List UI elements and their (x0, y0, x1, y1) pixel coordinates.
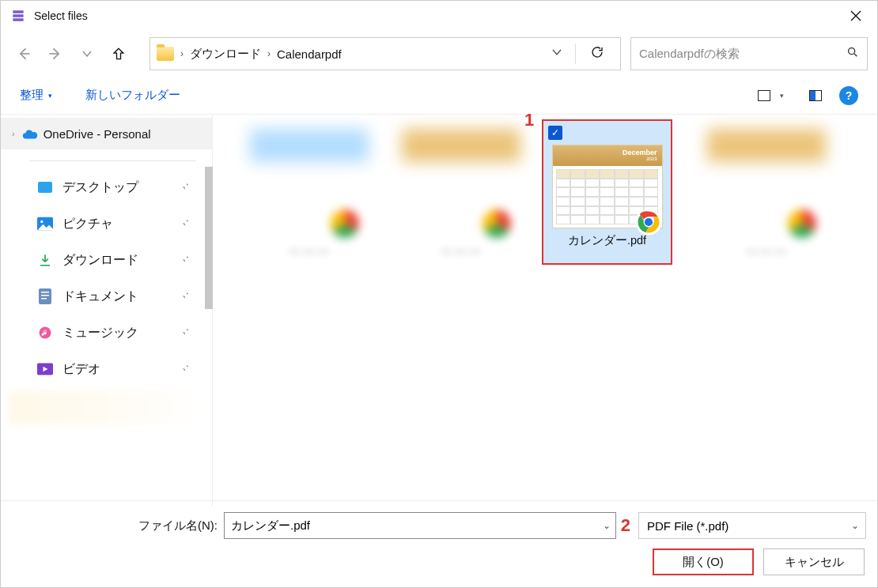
chrome-icon (634, 208, 663, 236)
chevron-down-icon[interactable]: ⌄ (851, 520, 859, 531)
pictures-icon (37, 216, 53, 232)
svg-rect-4 (41, 292, 49, 293)
expand-icon[interactable]: › (12, 129, 15, 138)
sidebar-documents[interactable]: ドキュメント (1, 278, 212, 315)
sidebar-hidden-item (9, 390, 204, 425)
chevron-right-icon: › (180, 48, 184, 59)
sidebar-downloads[interactable]: ダウンロード (1, 242, 212, 278)
search-input[interactable]: Calendarpdfの検索 (630, 37, 868, 70)
search-icon (846, 46, 859, 62)
back-button[interactable] (10, 40, 37, 67)
sidebar-item-label: ダウンロード (62, 252, 138, 269)
chevron-right-icon: › (267, 48, 271, 59)
svg-point-0 (849, 48, 855, 55)
breadcrumb-dropdown[interactable] (543, 47, 570, 61)
checkbox-checked-icon[interactable]: ✓ (548, 126, 562, 140)
sidebar-item-label: OneDrive - Personal (44, 127, 151, 141)
annotation-1: 1 (524, 110, 534, 130)
sidebar: › OneDrive - Personal デスクトップ ピクチャ ダウンロード… (1, 115, 213, 507)
pin-icon (179, 289, 190, 303)
download-icon (37, 252, 53, 268)
svg-rect-5 (41, 295, 49, 296)
preview-month: December (623, 149, 657, 156)
svg-rect-6 (41, 298, 47, 300)
refresh-button[interactable] (581, 45, 614, 62)
divider (575, 43, 576, 64)
app-icon (10, 8, 26, 24)
chevron-down-icon[interactable]: ⌄ (603, 520, 611, 531)
search-placeholder: Calendarpdfの検索 (639, 47, 846, 62)
file-thumbnail-blurred: — — — (240, 129, 378, 257)
file-thumbnail-blurred: — — — (392, 129, 530, 257)
scrollbar-thumb[interactable] (205, 167, 213, 309)
svg-rect-3 (39, 288, 51, 304)
sidebar-desktop[interactable]: デスクトップ (1, 169, 212, 205)
annotation-2: 2 (621, 515, 630, 536)
close-button[interactable] (838, 3, 874, 28)
organize-menu[interactable]: 整理 (20, 88, 52, 103)
pin-icon (179, 253, 190, 267)
file-thumbnail-blurred: — — — (697, 129, 835, 257)
sidebar-divider (29, 160, 196, 161)
filetype-select[interactable]: PDF File (*.pdf) ⌄ (638, 512, 866, 539)
nav-row: › ダウンロード › Calendarpdf Calendarpdfの検索 (1, 31, 877, 77)
new-folder-button[interactable]: 新しいフォルダー (85, 88, 180, 103)
cancel-button[interactable]: キャンセル (763, 548, 865, 575)
filename-input[interactable]: カレンダー.pdf ⌄ (224, 512, 616, 539)
file-pane[interactable]: — — — — — — — — — 1 ✓ December 2023 (213, 115, 877, 507)
sidebar-pictures[interactable]: ピクチャ (1, 205, 212, 242)
window-title: Select files (34, 9, 838, 22)
up-button[interactable] (105, 40, 132, 67)
breadcrumb-calendarpdf[interactable]: Calendarpdf (277, 47, 342, 61)
filename-label: ファイル名(N): (138, 518, 218, 533)
main-area: › OneDrive - Personal デスクトップ ピクチャ ダウンロード… (1, 115, 877, 507)
pin-icon (179, 362, 190, 376)
selected-file-card[interactable]: ✓ December 2023 (542, 119, 672, 265)
title-bar: Select files (1, 1, 877, 31)
pin-icon (179, 326, 190, 340)
desktop-icon (37, 179, 53, 195)
sidebar-item-label: ドキュメント (62, 288, 138, 305)
toolbar: 整理 新しいフォルダー ▾ ? (1, 77, 877, 115)
forward-button[interactable] (42, 40, 69, 67)
breadcrumb-downloads[interactable]: ダウンロード (190, 47, 261, 62)
cloud-icon (21, 128, 37, 139)
pin-icon (179, 180, 190, 194)
view-mode-dropdown[interactable]: ▾ (780, 92, 784, 100)
sidebar-item-label: ビデオ (62, 361, 100, 378)
sidebar-video[interactable]: ビデオ (1, 351, 212, 387)
document-icon (37, 288, 53, 304)
sidebar-music[interactable]: ミュージック (1, 315, 212, 351)
bottom-bar: ファイル名(N): カレンダー.pdf ⌄ 2 PDF File (*.pdf)… (1, 500, 877, 587)
recent-dropdown[interactable] (74, 40, 100, 67)
help-button[interactable]: ? (839, 86, 858, 105)
preview-pane-button[interactable] (804, 86, 827, 105)
svg-point-2 (40, 220, 43, 223)
sidebar-item-label: ミュージック (62, 325, 138, 341)
open-button[interactable]: 開く(O) (653, 548, 754, 575)
pin-icon (179, 217, 190, 231)
filename-value: カレンダー.pdf (231, 518, 310, 533)
breadcrumb-bar[interactable]: › ダウンロード › Calendarpdf (149, 37, 621, 70)
folder-icon (157, 47, 174, 61)
sidebar-item-label: ピクチャ (62, 216, 113, 232)
preview-year: 2023 (646, 156, 657, 161)
svg-point-11 (645, 218, 653, 226)
filetype-value: PDF File (*.pdf) (647, 519, 729, 533)
music-icon (37, 325, 53, 341)
video-icon (37, 361, 53, 377)
view-mode-button[interactable] (753, 86, 775, 105)
sidebar-item-label: デスクトップ (62, 179, 138, 196)
sidebar-onedrive[interactable]: › OneDrive - Personal (1, 118, 212, 149)
